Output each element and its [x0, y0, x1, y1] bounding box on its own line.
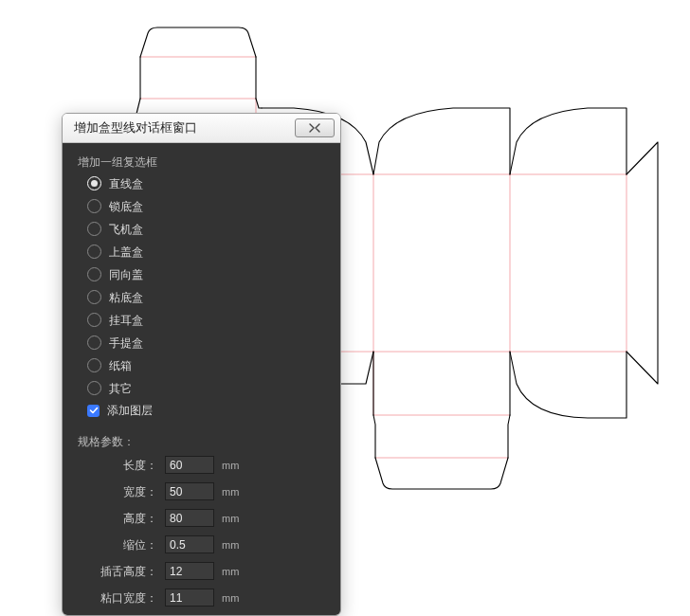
add-layer-label: 添加图层	[107, 404, 153, 417]
radio-icon	[87, 313, 101, 327]
box-type-label: 其它	[109, 382, 132, 395]
box-type-option[interactable]: 其它	[87, 381, 325, 395]
spec-unit: mm	[222, 512, 239, 525]
radio-icon	[87, 358, 101, 372]
box-type-option[interactable]: 直线盒	[87, 176, 325, 190]
radio-icon	[87, 199, 101, 213]
spec-label: 插舌高度：	[82, 565, 157, 578]
spec-input[interactable]	[165, 482, 214, 500]
box-type-label: 手提盒	[109, 336, 143, 350]
spec-label: 粘口宽度：	[82, 591, 157, 605]
dialog-titlebar[interactable]: 增加盒型线对话框窗口	[63, 114, 340, 143]
spec-unit: mm	[222, 459, 239, 472]
spec-unit: mm	[222, 591, 239, 605]
spec-input[interactable]	[165, 456, 214, 474]
close-icon	[308, 121, 321, 136]
add-layer-checkbox[interactable]: 添加图层	[87, 404, 325, 417]
box-type-group-label: 增加一组复选框	[78, 154, 325, 171]
spec-unit: mm	[222, 538, 239, 552]
box-type-option[interactable]: 锁底盒	[87, 199, 325, 213]
radio-icon	[87, 335, 101, 350]
radio-icon	[87, 222, 101, 236]
box-type-option[interactable]: 粘底盒	[87, 290, 325, 304]
spec-label: 缩位：	[82, 538, 157, 552]
spec-input[interactable]	[165, 589, 214, 607]
box-type-option[interactable]: 手提盒	[87, 335, 325, 350]
spec-input[interactable]	[165, 535, 214, 553]
dialog-body: 增加一组复选框 直线盒锁底盒飞机盒上盖盒同向盖粘底盒挂耳盒手提盒纸箱其它添加图层…	[63, 143, 340, 615]
spec-input[interactable]	[165, 509, 214, 527]
spec-row: 长度：mm	[82, 456, 325, 474]
box-type-option[interactable]: 飞机盒	[87, 222, 325, 236]
box-type-label: 纸箱	[109, 359, 132, 372]
spec-row: 缩位：mm	[82, 535, 325, 553]
box-type-label: 锁底盒	[109, 200, 143, 213]
box-type-label: 飞机盒	[109, 223, 143, 236]
radio-icon	[87, 267, 101, 281]
close-button[interactable]	[295, 118, 335, 137]
box-type-option[interactable]: 纸箱	[87, 358, 325, 372]
spec-unit: mm	[222, 565, 239, 578]
dialog-title: 增加盒型线对话框窗口	[74, 119, 197, 136]
box-type-label: 挂耳盒	[109, 314, 143, 327]
radio-icon	[87, 290, 101, 304]
spec-label: 高度：	[82, 512, 157, 525]
box-type-label: 上盖盒	[109, 245, 143, 259]
spec-row: 插舌高度：mm	[82, 562, 325, 580]
box-type-label: 粘底盒	[109, 291, 143, 304]
spec-unit: mm	[222, 485, 239, 498]
radio-icon	[87, 245, 101, 259]
checkbox-checked-icon	[87, 405, 100, 417]
spec-row: 粘口宽度：mm	[82, 589, 325, 607]
spec-input[interactable]	[165, 562, 214, 580]
spec-label: 长度：	[82, 459, 157, 472]
box-type-label: 同向盖	[109, 268, 143, 281]
radio-icon	[87, 176, 101, 190]
box-dieline-dialog: 增加盒型线对话框窗口 增加一组复选框 直线盒锁底盒飞机盒上盖盒同向盖粘底盒挂耳盒…	[62, 113, 341, 616]
spec-list: 长度：mm宽度：mm高度：mm缩位：mm插舌高度：mm粘口宽度：mm	[78, 456, 325, 607]
spec-label: 宽度：	[82, 485, 157, 498]
radio-icon	[87, 381, 101, 395]
box-type-option[interactable]: 同向盖	[87, 267, 325, 281]
box-type-option[interactable]: 上盖盒	[87, 245, 325, 259]
box-type-option[interactable]: 挂耳盒	[87, 313, 325, 327]
box-type-radio-group: 直线盒锁底盒飞机盒上盖盒同向盖粘底盒挂耳盒手提盒纸箱其它添加图层	[78, 176, 325, 417]
box-type-label: 直线盒	[109, 177, 143, 190]
spec-row: 宽度：mm	[82, 482, 325, 500]
spec-header: 规格参数：	[78, 434, 325, 450]
spec-row: 高度：mm	[82, 509, 325, 527]
